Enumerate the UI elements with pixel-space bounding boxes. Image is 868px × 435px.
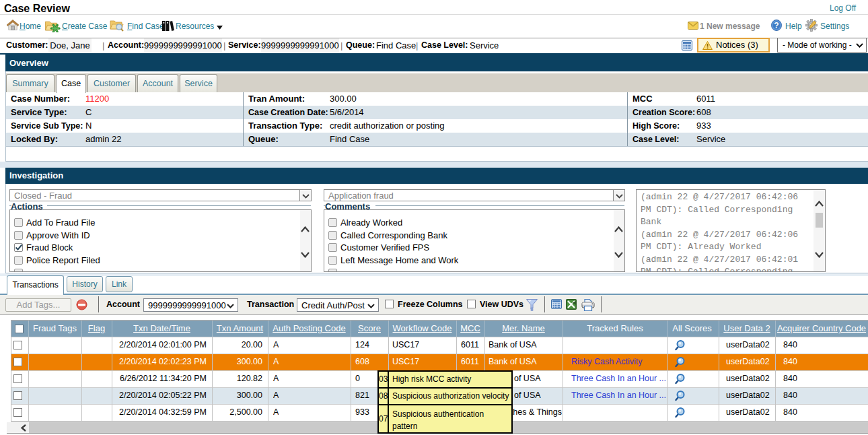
svg-text:?: ? bbox=[774, 21, 779, 30]
